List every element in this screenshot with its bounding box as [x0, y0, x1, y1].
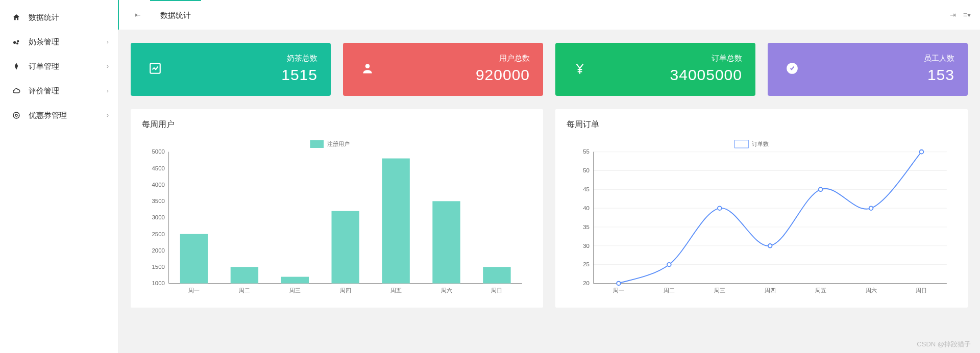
sidebar-item-4[interactable]: 优惠券管理› [0, 103, 118, 128]
tab-active[interactable]: 数据统计 [150, 0, 201, 30]
sidebar-item-1[interactable]: 奶茶管理› [0, 30, 118, 54]
chevron-right-icon: › [107, 87, 109, 94]
svg-point-0 [13, 41, 16, 44]
svg-point-6 [365, 64, 370, 68]
svg-point-66 [819, 187, 823, 191]
svg-text:40: 40 [583, 205, 590, 211]
svg-text:1500: 1500 [152, 264, 164, 270]
svg-point-4 [13, 112, 19, 118]
sidebar: 数据统计奶茶管理›订单管理›评价管理›优惠券管理› [0, 0, 118, 353]
svg-text:50: 50 [583, 167, 590, 173]
stat-value: 920000 [476, 66, 530, 84]
svg-point-62 [617, 282, 621, 286]
svg-text:35: 35 [583, 224, 590, 230]
watermark: CSDN @摔跤猫子 [917, 340, 971, 349]
chart-icon [144, 57, 166, 80]
sidebar-item-label: 评价管理 [29, 86, 59, 96]
svg-text:周日: 周日 [491, 287, 502, 293]
svg-text:周四: 周四 [765, 287, 776, 293]
svg-text:周五: 周五 [815, 287, 826, 293]
stat-card-1: 用户总数920000 [343, 43, 543, 96]
svg-rect-31 [332, 211, 359, 284]
svg-text:1000: 1000 [152, 280, 164, 286]
milk-icon [11, 38, 21, 46]
svg-text:周五: 周五 [390, 287, 402, 293]
svg-text:45: 45 [583, 186, 590, 192]
sidebar-item-2[interactable]: 订单管理› [0, 54, 118, 79]
stat-value: 153 [924, 66, 954, 84]
stat-card-3: 员工人数153 [768, 43, 968, 96]
svg-text:注册用户: 注册用户 [327, 141, 350, 147]
svg-rect-34 [483, 267, 510, 283]
svg-text:2500: 2500 [152, 231, 164, 237]
chevron-right-icon: › [107, 38, 109, 45]
panel-weekly-orders: 每周订单 2025303540455055周一周二周三周四周五周六周日订单数 [555, 109, 968, 308]
sidebar-item-label: 奶茶管理 [29, 37, 59, 47]
stat-label: 奶茶总数 [281, 54, 317, 63]
svg-rect-28 [180, 234, 208, 284]
svg-text:周三: 周三 [714, 287, 725, 293]
svg-rect-29 [231, 267, 258, 283]
panel-title: 每周用户 [142, 119, 532, 130]
svg-rect-30 [281, 277, 309, 284]
svg-point-67 [869, 206, 873, 210]
stat-cards-row: 奶茶总数1515用户总数920000订单总数34005000员工人数153 [131, 43, 968, 96]
stat-card-2: 订单总数34005000 [555, 43, 755, 96]
stat-value: 1515 [281, 66, 317, 84]
badge-icon [781, 57, 803, 80]
svg-text:5000: 5000 [152, 148, 164, 155]
stat-label: 用户总数 [476, 54, 530, 63]
panel-title: 每周订单 [567, 119, 957, 130]
svg-point-3 [15, 114, 17, 116]
sidebar-item-3[interactable]: 评价管理› [0, 79, 118, 103]
svg-text:3000: 3000 [152, 214, 164, 220]
svg-text:55: 55 [583, 148, 590, 155]
svg-point-1 [17, 40, 19, 42]
svg-text:4000: 4000 [152, 182, 164, 188]
stat-value: 34005000 [670, 66, 742, 84]
weekly-users-bar-chart: 100015002000250030003500400045005000周一周二… [142, 137, 532, 298]
nav-collapse-icon[interactable]: ⇤ [135, 11, 141, 19]
svg-text:周二: 周二 [664, 287, 675, 293]
svg-text:20: 20 [583, 280, 590, 286]
svg-text:25: 25 [583, 261, 590, 267]
svg-rect-33 [432, 201, 460, 283]
svg-point-63 [667, 263, 671, 267]
stat-label: 订单总数 [670, 54, 742, 63]
topbar: ⇤ 数据统计 ⇥ ≡▾ [118, 0, 980, 30]
sidebar-item-label: 订单管理 [29, 62, 59, 71]
tab-label: 数据统计 [160, 11, 191, 20]
svg-text:周六: 周六 [441, 287, 452, 293]
weekly-orders-line-chart: 2025303540455055周一周二周三周四周五周六周日订单数 [567, 137, 957, 298]
svg-rect-32 [382, 159, 409, 284]
svg-text:周一: 周一 [613, 287, 624, 293]
svg-text:周四: 周四 [340, 287, 351, 293]
svg-text:2000: 2000 [152, 247, 164, 254]
svg-point-2 [16, 42, 18, 44]
svg-text:周二: 周二 [239, 287, 250, 293]
svg-point-64 [718, 206, 722, 210]
sidebar-item-0[interactable]: 数据统计 [0, 5, 118, 30]
svg-text:4500: 4500 [152, 165, 164, 171]
svg-text:周日: 周日 [916, 287, 927, 293]
stat-card-0: 奶茶总数1515 [131, 43, 331, 96]
chevron-right-icon: › [107, 112, 109, 119]
coupon-icon [11, 111, 21, 119]
svg-rect-24 [310, 140, 324, 148]
cloud-icon [11, 87, 21, 95]
yen-icon [569, 57, 591, 80]
chevron-right-icon: › [107, 63, 109, 70]
sidebar-item-label: 优惠券管理 [29, 111, 67, 120]
panel-weekly-users: 每周用户 10001500200025003000350040004500500… [131, 109, 543, 308]
svg-point-65 [768, 244, 772, 248]
user-icon [356, 57, 379, 80]
stat-label: 员工人数 [924, 54, 954, 63]
svg-text:30: 30 [583, 243, 590, 249]
svg-point-68 [920, 150, 924, 154]
nav-forward-icon[interactable]: ⇥ [950, 11, 956, 19]
home-icon [11, 13, 21, 21]
svg-text:周三: 周三 [289, 287, 301, 293]
order-icon [11, 62, 21, 70]
options-menu-icon[interactable]: ≡▾ [963, 11, 971, 19]
svg-text:周一: 周一 [188, 287, 200, 293]
